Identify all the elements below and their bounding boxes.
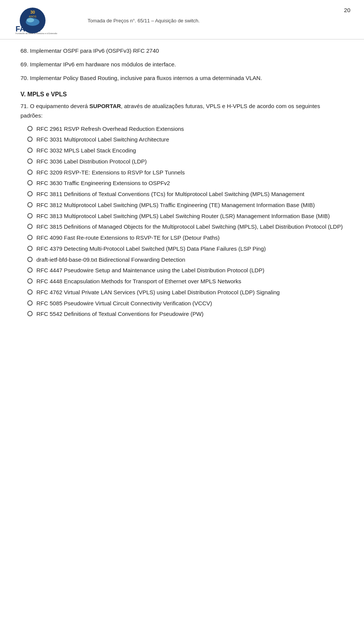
section-v-title: V. MPLS e VPLS	[20, 91, 344, 98]
bullet-item: RFC 5542 Definitions of Textual Conventi…	[27, 309, 344, 319]
bullet-item: RFC 4762 Virtual Private LAN Services (V…	[27, 288, 344, 297]
bullet-text: RFC 3812 Multiprotocol Label Switching (…	[36, 201, 344, 210]
svg-text:30: 30	[30, 10, 35, 14]
bullet-item: RFC 3209 RSVP-TE: Extensions to RSVP for…	[27, 168, 344, 177]
bullet-text: RFC 3036 Label Distribution Protocol (LD…	[36, 157, 344, 166]
bullet-item: RFC 3813 Multiprotocol Label Switching (…	[27, 212, 344, 221]
bullet-item: RFC 4448 Encapsulation Methods for Trans…	[27, 277, 344, 286]
bullet-item: RFC 3032 MPLS Label Stack Encoding	[27, 146, 344, 155]
bullet-dot-icon	[27, 202, 33, 207]
bullet-item: RFC 4090 Fast Re-route Extensions to RSV…	[27, 233, 344, 243]
svg-text:ANOS: ANOS	[29, 15, 36, 18]
bullet-item: RFC 4447 Pseudowire Setup and Maintenanc…	[27, 266, 344, 275]
bullet-dot-icon	[27, 159, 33, 164]
page-number: 20	[344, 7, 350, 13]
item-69: 69. Implementar IPv6 em hardware nos mód…	[20, 60, 344, 69]
bullet-dot-icon	[27, 137, 33, 142]
bullet-dot-icon	[27, 278, 33, 284]
bullet-text: RFC 3630 Traffic Engineering Extensions …	[36, 179, 344, 188]
bullet-text: RFC 4762 Virtual Private LAN Services (V…	[36, 288, 344, 297]
bullet-dot-icon	[27, 224, 33, 229]
item-71: 71. O equipamento deverá SUPORTAR, atrav…	[20, 102, 344, 121]
bullet-text: RFC 3815 Definitions of Managed Objects …	[36, 222, 344, 232]
bullet-dot-icon	[27, 311, 33, 316]
item-68-text: Implementar OSPF para IPv6 (OSPFv3) RFC …	[30, 47, 159, 54]
item-68: 68. Implementar OSPF para IPv6 (OSPFv3) …	[20, 46, 344, 55]
bullet-item: RFC 3811 Definitions of Textual Conventi…	[27, 190, 344, 199]
logo-area: 30 ANOS FAPEX Fundação de Apoio à Pesqui…	[14, 7, 84, 35]
page-header: 30 ANOS FAPEX Fundação de Apoio à Pesqui…	[0, 0, 364, 39]
main-content: 68. Implementar OSPF para IPv6 (OSPFv3) …	[0, 46, 364, 334]
bullet-dot-icon	[27, 235, 33, 240]
item-71-bold: SUPORTAR	[89, 103, 121, 109]
bullet-item: RFC 2961 RSVP Refresh Overhead Reduction…	[27, 124, 344, 134]
page-container: 20 30 ANOS FAPEX Fundação de Apoio à Pes…	[0, 0, 364, 625]
svg-text:FAPEX: FAPEX	[16, 25, 41, 33]
bullet-dot-icon	[27, 257, 33, 262]
bullet-dot-icon	[27, 126, 33, 131]
bullet-dot-icon	[27, 267, 33, 273]
bullet-item: RFC 3815 Definitions of Managed Objects …	[27, 222, 344, 232]
item-71-prefix: 71. O equipamento deverá	[20, 103, 89, 109]
item-70-text: Implementar Policy Based Routing, inclus…	[30, 75, 262, 81]
item-70: 70. Implementar Policy Based Routing, in…	[20, 74, 344, 83]
bullet-dot-icon	[27, 300, 33, 306]
bullet-dot-icon	[27, 170, 33, 175]
svg-text:Fundação de Apoio à Pesquisa e: Fundação de Apoio à Pesquisa e à Extensã…	[16, 32, 57, 34]
bullet-text: RFC 3032 MPLS Label Stack Encoding	[36, 146, 344, 155]
bullet-item: RFC 5085 Pseudowire Virtual Circuit Conn…	[27, 299, 344, 308]
bullet-text: RFC 4379 Detecting Multi-Protocol Label …	[36, 244, 344, 254]
bullet-item: RFC 3031 Multiprotocol Label Switching A…	[27, 135, 344, 144]
item-68-num: 68.	[20, 47, 30, 54]
bullet-text: RFC 3813 Multiprotocol Label Switching (…	[36, 212, 344, 221]
bullet-dot-icon	[27, 213, 33, 218]
bullet-dot-icon	[27, 246, 33, 251]
bullet-text: RFC 4090 Fast Re-route Extensions to RSV…	[36, 233, 344, 243]
item-69-num: 69.	[20, 61, 30, 68]
header-title: Tomada de Preços n°. 65/11 – Aquisição d…	[88, 17, 200, 24]
svg-point-4	[27, 18, 34, 22]
fapex-logo: 30 ANOS FAPEX Fundação de Apoio à Pesqui…	[14, 7, 78, 34]
bullet-text: RFC 3209 RSVP-TE: Extensions to RSVP for…	[36, 168, 344, 177]
bullet-text: draft-ietf-bfd-base-09.txt Bidirectional…	[36, 255, 344, 265]
bullet-item: RFC 4379 Detecting Multi-Protocol Label …	[27, 244, 344, 254]
bullet-dot-icon	[27, 180, 33, 185]
bullet-dot-icon	[27, 289, 33, 295]
bullet-text: RFC 2961 RSVP Refresh Overhead Reduction…	[36, 124, 344, 134]
bullet-text: RFC 3031 Multiprotocol Label Switching A…	[36, 135, 344, 144]
bullet-item: RFC 3036 Label Distribution Protocol (LD…	[27, 157, 344, 166]
bullet-item: RFC 3630 Traffic Engineering Extensions …	[27, 179, 344, 188]
bullet-text: RFC 3811 Definitions of Textual Conventi…	[36, 190, 344, 199]
bullet-text: RFC 4447 Pseudowire Setup and Maintenanc…	[36, 266, 344, 275]
bullet-text: RFC 5542 Definitions of Textual Conventi…	[36, 309, 344, 319]
item-69-text: Implementar IPv6 em hardware nos módulos…	[30, 61, 176, 68]
bullet-item: RFC 3812 Multiprotocol Label Switching (…	[27, 201, 344, 210]
bullet-dot-icon	[27, 148, 33, 153]
item-70-num: 70.	[20, 75, 30, 81]
rfc-bullet-list: RFC 2961 RSVP Refresh Overhead Reduction…	[27, 124, 344, 319]
bullet-dot-icon	[27, 191, 33, 196]
bullet-item: draft-ietf-bfd-base-09.txt Bidirectional…	[27, 255, 344, 265]
bullet-text: RFC 4448 Encapsulation Methods for Trans…	[36, 277, 344, 286]
bullet-text: RFC 5085 Pseudowire Virtual Circuit Conn…	[36, 299, 344, 308]
